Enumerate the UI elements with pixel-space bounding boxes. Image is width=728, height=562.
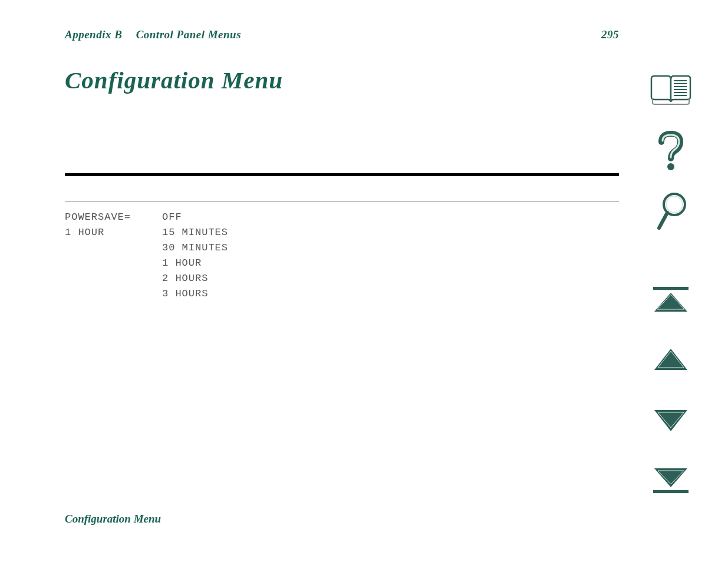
triangle-up-icon — [652, 346, 690, 372]
page-header: Appendix B Control Panel Menus 295 — [65, 28, 619, 41]
svg-marker-13 — [654, 349, 687, 370]
menu-option: 1 HOUR — [162, 256, 619, 271]
svg-point-6 — [667, 163, 674, 170]
contents-button[interactable] — [649, 74, 693, 107]
divider-thin — [65, 201, 619, 201]
menu-current-value: 1 HOUR — [65, 225, 162, 240]
menu-option: 2 HOURS — [162, 271, 619, 286]
question-mark-icon — [654, 130, 687, 173]
navigation-sidebar — [648, 74, 693, 494]
svg-rect-19 — [653, 490, 689, 493]
menu-options-column: OFF 15 MINUTES 30 MINUTES 1 HOUR 2 HOURS… — [162, 210, 619, 302]
menu-options-table: POWERSAVE= 1 HOUR OFF 15 MINUTES 30 MINU… — [65, 210, 619, 302]
divider-thick — [65, 173, 619, 176]
menu-option: 15 MINUTES — [162, 225, 619, 240]
magnifier-icon — [654, 190, 687, 233]
book-icon — [649, 74, 693, 107]
last-page-button[interactable] — [652, 466, 690, 494]
svg-marker-11 — [654, 293, 687, 312]
help-button[interactable] — [654, 130, 687, 173]
triangle-down-icon — [652, 408, 690, 434]
svg-point-8 — [666, 196, 683, 213]
go-to-top-icon — [652, 286, 690, 314]
page-footer: Configuration Menu — [65, 513, 161, 525]
search-button[interactable] — [654, 190, 687, 233]
page-content: Appendix B Control Panel Menus 295 Confi… — [65, 28, 619, 302]
chapter-label: Control Panel Menus — [136, 28, 241, 41]
svg-rect-10 — [653, 287, 689, 290]
page-title: Configuration Menu — [65, 66, 619, 94]
menu-option: 3 HOURS — [162, 286, 619, 302]
menu-setting-name: POWERSAVE= — [65, 210, 162, 225]
next-page-button[interactable] — [652, 408, 690, 434]
menu-setting-column: POWERSAVE= 1 HOUR — [65, 210, 162, 302]
first-page-button[interactable] — [652, 286, 690, 314]
svg-line-9 — [659, 213, 667, 228]
appendix-label: Appendix B — [65, 28, 122, 41]
menu-option: 30 MINUTES — [162, 240, 619, 256]
go-to-bottom-icon — [652, 466, 690, 494]
menu-option: OFF — [162, 210, 619, 225]
page-number: 295 — [601, 28, 619, 41]
previous-page-button[interactable] — [652, 346, 690, 372]
